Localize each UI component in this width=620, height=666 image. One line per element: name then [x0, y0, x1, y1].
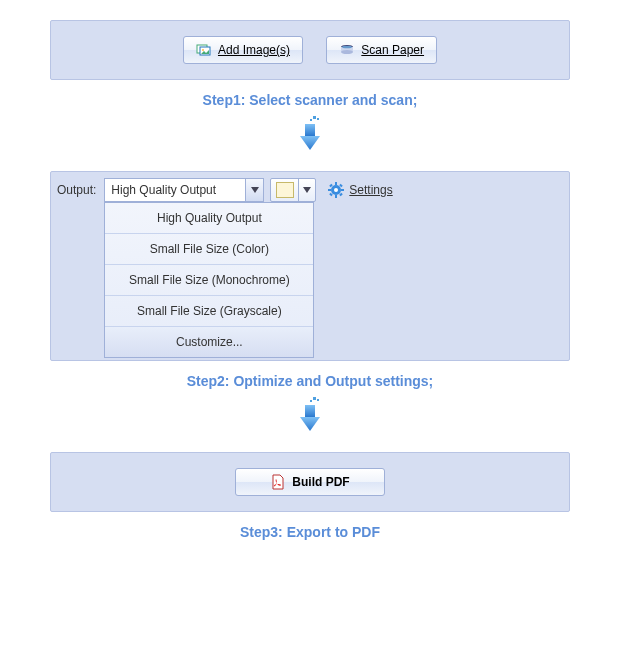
chevron-down-icon: [245, 179, 263, 201]
step3-panel: Build PDF: [50, 452, 570, 512]
images-icon: [196, 42, 212, 58]
build-pdf-label: Build PDF: [292, 475, 349, 489]
svg-point-20: [334, 188, 338, 192]
svg-rect-14: [328, 189, 331, 191]
output-label: Output:: [57, 183, 96, 197]
svg-rect-22: [317, 399, 319, 401]
arrow-1: [50, 116, 570, 159]
svg-rect-7: [313, 116, 316, 119]
svg-rect-12: [335, 182, 337, 185]
svg-rect-15: [341, 189, 344, 191]
step1-panel: Add Image(s) Scan Paper: [50, 20, 570, 80]
svg-rect-10: [305, 124, 315, 136]
svg-rect-9: [310, 119, 312, 121]
settings-button[interactable]: Settings: [328, 182, 392, 198]
scanner-icon: [339, 42, 355, 58]
settings-label: Settings: [349, 183, 392, 197]
output-option[interactable]: Customize...: [105, 327, 313, 357]
output-dropdown: High Quality Output Small File Size (Col…: [104, 202, 314, 358]
color-swatch: [276, 182, 294, 198]
svg-point-5: [341, 50, 353, 54]
add-images-label: Add Image(s): [218, 43, 290, 57]
svg-rect-13: [335, 195, 337, 198]
svg-point-6: [342, 46, 352, 49]
svg-point-2: [202, 49, 204, 51]
svg-rect-24: [305, 405, 315, 417]
build-pdf-button[interactable]: Build PDF: [235, 468, 385, 496]
scan-paper-label: Scan Paper: [361, 43, 424, 57]
svg-rect-21: [313, 397, 316, 400]
output-combo[interactable]: High Quality Output High Quality Output …: [104, 178, 264, 202]
pdf-icon: [270, 474, 286, 490]
svg-rect-8: [317, 118, 319, 120]
add-images-button[interactable]: Add Image(s): [183, 36, 303, 64]
output-option[interactable]: High Quality Output: [105, 203, 313, 234]
output-toolbar: Output: High Quality Output High Quality…: [57, 178, 563, 202]
arrow-2: [50, 397, 570, 440]
step3-caption: Step3: Export to PDF: [50, 524, 570, 540]
step2-panel: Output: High Quality Output High Quality…: [50, 171, 570, 361]
output-option[interactable]: Small File Size (Color): [105, 234, 313, 265]
color-dropdown-button[interactable]: [299, 179, 315, 201]
step1-caption: Step1: Select scanner and scan;: [50, 92, 570, 108]
step2-caption: Step2: Optimize and Output settings;: [50, 373, 570, 389]
scan-paper-button[interactable]: Scan Paper: [326, 36, 437, 64]
color-swatch-button[interactable]: [271, 179, 299, 201]
output-option[interactable]: Small File Size (Monochrome): [105, 265, 313, 296]
output-combo-value: High Quality Output: [111, 183, 245, 197]
output-option[interactable]: Small File Size (Grayscale): [105, 296, 313, 327]
svg-rect-23: [310, 400, 312, 402]
gear-icon: [328, 182, 344, 198]
color-picker[interactable]: [270, 178, 316, 202]
